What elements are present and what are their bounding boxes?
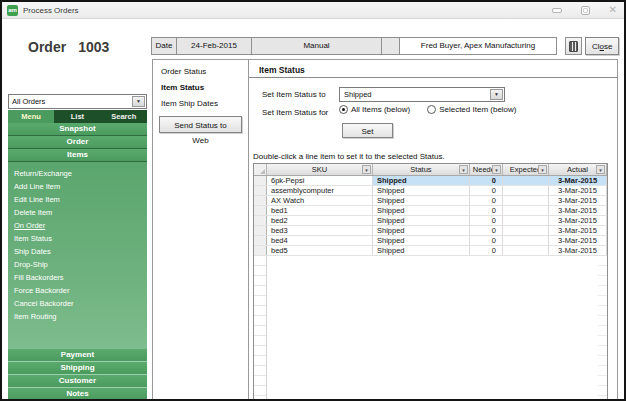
sidebar-section-shipping[interactable]: Shipping — [8, 362, 147, 375]
cell-needed[interactable]: 0 — [470, 186, 503, 195]
table-row[interactable]: bed4Shipped03-Mar-2015 — [254, 236, 607, 246]
cell-sku[interactable]: 6pk-Pepsi — [267, 176, 373, 185]
table-row[interactable]: assemblycomputerShipped03-Mar-2015 — [254, 186, 607, 196]
cell-sku[interactable]: bed5 — [267, 246, 373, 255]
cell-actual[interactable]: 3-Mar-2015 — [549, 226, 607, 235]
entry-type-field[interactable]: Manual — [251, 37, 382, 55]
row-selector-cell[interactable] — [254, 236, 267, 245]
column-header-status[interactable]: Status▾ — [373, 164, 470, 175]
cell-expected[interactable] — [503, 176, 549, 185]
cell-actual[interactable]: 3-Mar-2015 — [549, 176, 607, 185]
row-selector-cell[interactable] — [254, 176, 267, 185]
customer-field[interactable]: Fred Buyer, Apex Manufacturing — [399, 37, 557, 55]
sort-arrow-icon[interactable]: ▾ — [492, 165, 501, 174]
sidebar-item-fill-backorders[interactable]: Fill Backorders — [8, 271, 147, 284]
row-selector-cell[interactable] — [254, 226, 267, 235]
table-row[interactable]: bed3Shipped03-Mar-2015 — [254, 226, 607, 236]
date-field[interactable]: 24-Feb-2015 — [176, 37, 252, 55]
statusnav-item-status[interactable]: Item Status — [161, 83, 204, 92]
cell-status[interactable]: Shipped — [373, 226, 470, 235]
cell-status[interactable]: Shipped — [373, 196, 470, 205]
sidebar-item-on-order[interactable]: On Order — [8, 219, 147, 232]
sidebar-item-item-status[interactable]: Item Status — [8, 232, 147, 245]
cell-needed[interactable]: 0 — [470, 246, 503, 255]
sidebar-section-order[interactable]: Order — [8, 136, 147, 149]
column-header-expected[interactable]: Expected▾ — [503, 164, 549, 175]
row-selector-cell[interactable] — [254, 196, 267, 205]
row-selector-cell[interactable] — [254, 186, 267, 195]
table-row[interactable]: bed5Shipped03-Mar-2015 — [254, 246, 607, 256]
cell-status[interactable]: Shipped — [373, 246, 470, 255]
sidebar-item-ship-dates[interactable]: Ship Dates — [8, 245, 147, 258]
cell-status[interactable]: Shipped — [373, 186, 470, 195]
sort-arrow-icon[interactable]: ▾ — [596, 165, 605, 174]
cell-sku[interactable]: bed2 — [267, 216, 373, 225]
cell-expected[interactable] — [503, 236, 549, 245]
table-row[interactable]: AX WatchShipped03-Mar-2015 — [254, 196, 607, 206]
sidebar-item-edit-line-item[interactable]: Edit Line Item — [8, 193, 147, 206]
row-selector-cell[interactable] — [254, 206, 267, 215]
cell-actual[interactable]: 3-Mar-2015 — [549, 236, 607, 245]
cell-actual[interactable]: 3-Mar-2015 — [549, 196, 607, 205]
sidebar-item-add-line-item[interactable]: Add Line Item — [8, 180, 147, 193]
status-dropdown[interactable]: Shipped ▼ — [339, 87, 505, 102]
row-selector-cell[interactable] — [254, 246, 267, 255]
column-header-sku[interactable]: SKU▾ — [267, 164, 373, 175]
sidebar-section-snapshot[interactable]: Snapshot — [8, 123, 147, 136]
sort-arrow-icon[interactable]: ▾ — [459, 165, 468, 174]
sidebar-item-cancel-backorder[interactable]: Cancel Backorder — [8, 297, 147, 310]
dropdown-arrow-icon[interactable]: ▼ — [132, 96, 145, 107]
cell-expected[interactable] — [503, 206, 549, 215]
cell-needed[interactable]: 0 — [470, 216, 503, 225]
sidebar-item-delete-item[interactable]: Delete Item — [8, 206, 147, 219]
sidebar-section-items[interactable]: Items — [8, 149, 147, 162]
send-status-to-web-button[interactable]: Send Status to Web — [159, 116, 242, 133]
minimize-icon[interactable] — [552, 8, 562, 13]
cell-needed[interactable]: 0 — [470, 206, 503, 215]
cell-sku[interactable]: assemblycomputer — [267, 186, 373, 195]
maximize-icon[interactable] — [581, 6, 590, 15]
cell-expected[interactable] — [503, 226, 549, 235]
sidebar-tab-list[interactable]: List — [54, 110, 100, 123]
cell-sku[interactable]: AX Watch — [267, 196, 373, 205]
table-row[interactable]: 6pk-PepsiShipped03-Mar-2015 — [254, 176, 607, 186]
row-selector-cell[interactable] — [254, 216, 267, 225]
select-all-cell[interactable] — [254, 164, 267, 175]
sidebar-section-notes[interactable]: Notes — [8, 388, 147, 401]
cell-expected[interactable] — [503, 186, 549, 195]
lookup-button[interactable] — [565, 37, 582, 55]
radio-all-items-below[interactable]: All Items (below) — [339, 105, 410, 114]
cell-sku[interactable]: bed4 — [267, 236, 373, 245]
orders-filter-dropdown[interactable]: All Orders ▼ — [8, 94, 147, 109]
dropdown-arrow-icon[interactable]: ▼ — [490, 89, 503, 100]
cell-needed[interactable]: 0 — [470, 236, 503, 245]
cell-status[interactable]: Shipped — [373, 216, 470, 225]
sort-arrow-icon[interactable]: ▾ — [362, 165, 371, 174]
cell-needed[interactable]: 0 — [470, 176, 503, 185]
sidebar-item-item-routing[interactable]: Item Routing — [8, 310, 147, 323]
column-header-actual[interactable]: Actual▾ — [549, 164, 607, 175]
cell-expected[interactable] — [503, 216, 549, 225]
cell-expected[interactable] — [503, 196, 549, 205]
statusnav-item-ship-dates[interactable]: Item Ship Dates — [161, 99, 218, 108]
cell-needed[interactable]: 0 — [470, 226, 503, 235]
statusnav-order-status[interactable]: Order Status — [161, 67, 206, 76]
cell-actual[interactable]: 3-Mar-2015 — [549, 186, 607, 195]
sidebar-tab-menu[interactable]: Menu — [8, 110, 54, 123]
table-row[interactable]: bed1Shipped03-Mar-2015 — [254, 206, 607, 216]
cell-status[interactable]: Shipped — [373, 236, 470, 245]
column-header-needed[interactable]: Needed▾ — [470, 164, 503, 175]
cell-actual[interactable]: 3-Mar-2015 — [549, 216, 607, 225]
sidebar-item-force-backorder[interactable]: Force Backorder — [8, 284, 147, 297]
cell-needed[interactable]: 0 — [470, 196, 503, 205]
sidebar-item-return-exchange[interactable]: Return/Exchange — [8, 167, 147, 180]
sidebar-tab-search[interactable]: Search — [101, 110, 147, 123]
close-icon[interactable]: ✕ — [609, 5, 617, 15]
radio-selected-item-below[interactable]: Selected Item (below) — [427, 105, 516, 114]
cell-actual[interactable]: 3-Mar-2015 — [549, 206, 607, 215]
sidebar-item-drop-ship[interactable]: Drop-Ship — [8, 258, 147, 271]
close-button[interactable]: Close — [585, 37, 619, 55]
sidebar-section-payment[interactable]: Payment — [8, 349, 147, 362]
cell-sku[interactable]: bed1 — [267, 206, 373, 215]
cell-actual[interactable]: 3-Mar-2015 — [549, 246, 607, 255]
